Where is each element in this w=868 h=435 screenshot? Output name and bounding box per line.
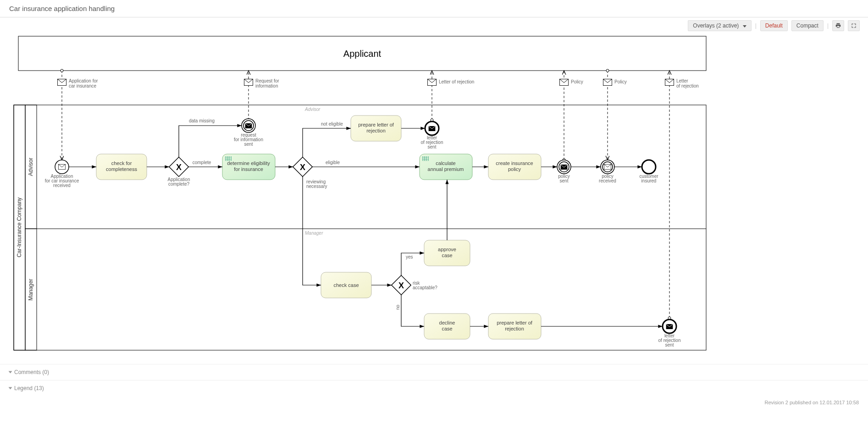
lane-advisor-label: Advisor (28, 158, 34, 176)
svg-text:yes: yes (406, 254, 413, 259)
svg-text:Request forinformation: Request forinformation (255, 78, 279, 88)
fullscreen-button[interactable] (848, 20, 860, 31)
svg-text:Policy: Policy (614, 79, 627, 84)
separator: | (755, 22, 757, 29)
comments-label: Comments (0) (14, 369, 49, 375)
svg-text:customerinsured: customerinsured (639, 174, 658, 183)
svg-text:X: X (300, 163, 305, 172)
comments-section-toggle[interactable]: Comments (0) (0, 364, 868, 380)
event-policy-sent[interactable] (557, 160, 571, 174)
svg-text:no: no (395, 304, 400, 310)
legend-label: Legend (13) (14, 385, 44, 391)
event-rejection-sent-1[interactable] (425, 121, 439, 135)
svg-text:reviewingnecessary: reviewingnecessary (306, 179, 327, 189)
svg-text:Application forcar insurance: Application forcar insurance (69, 78, 98, 88)
revision-info: Revision 2 published on 12.01.2017 10:58 (0, 396, 868, 413)
advisor-hint: Advisor (304, 107, 321, 112)
separator: | (827, 22, 829, 29)
chevron-down-icon (9, 387, 12, 390)
svg-text:requestfor informationsent: requestfor informationsent (234, 132, 263, 147)
svg-text:X: X (176, 163, 182, 172)
event-rejection-sent-2[interactable] (663, 319, 676, 333)
lane-manager-label: Manager (28, 279, 34, 300)
pool-applicant-label: Applicant (343, 49, 381, 59)
svg-text:Letter of rejection: Letter of rejection (439, 79, 474, 84)
legend-section-toggle[interactable]: Legend (13) (0, 380, 868, 396)
view-default-button[interactable]: Default (760, 20, 788, 31)
gateway-application-complete[interactable]: X (169, 157, 188, 176)
gateway-eligibility[interactable]: X (293, 157, 312, 176)
bpmn-diagram[interactable]: Applicant Car-Insurance Company Advisor … (9, 34, 715, 364)
chevron-down-icon (9, 371, 12, 374)
manager-hint: Manager (305, 231, 323, 236)
message-flows: Application forcar insurance Request for… (57, 71, 699, 318)
overlays-label: Overlays (2 active) (693, 22, 739, 29)
toolbar: Overlays (2 active) | Default Compact | (0, 17, 868, 34)
print-button[interactable] (832, 20, 844, 31)
event-policy-received[interactable] (601, 160, 614, 174)
svg-text:policysent: policysent (558, 174, 570, 183)
event-request-info-sent[interactable] (242, 119, 255, 132)
svg-text:Applicationfor car insurancere: Applicationfor car insurancereceived (45, 174, 79, 188)
chevron-down-icon (743, 25, 746, 28)
svg-text:data missing: data missing (189, 118, 215, 123)
svg-text:Policy: Policy (571, 79, 583, 84)
svg-text:complete: complete (193, 160, 211, 165)
end-event-customer-insured[interactable] (642, 160, 656, 174)
view-compact-button[interactable]: Compact (791, 20, 824, 31)
svg-text:not eligible: not eligible (321, 121, 343, 127)
svg-text:eligible: eligible (326, 160, 340, 165)
svg-text:X: X (398, 281, 404, 290)
pool-company-label: Car-Insurance Company (16, 198, 22, 258)
fullscreen-icon (851, 23, 857, 28)
svg-text:Letterof rejection: Letterof rejection (676, 78, 699, 88)
svg-text:check case: check case (333, 282, 359, 288)
svg-text:letterof rejectionsent: letterof rejectionsent (421, 135, 443, 149)
page-title: Car insurance application handling (0, 0, 868, 17)
print-icon (835, 22, 841, 29)
overlays-dropdown[interactable]: Overlays (2 active) (688, 20, 751, 31)
svg-text:Applicationcomplete?: Applicationcomplete? (168, 177, 190, 187)
gateway-risk-acceptable[interactable]: X (392, 275, 411, 295)
svg-text:letterof rejectionsent: letterof rejectionsent (658, 333, 681, 347)
svg-text:policyreceived: policyreceived (599, 174, 616, 183)
svg-text:riskaccaptable?: riskaccaptable? (413, 281, 437, 290)
pool-company[interactable] (14, 105, 706, 350)
